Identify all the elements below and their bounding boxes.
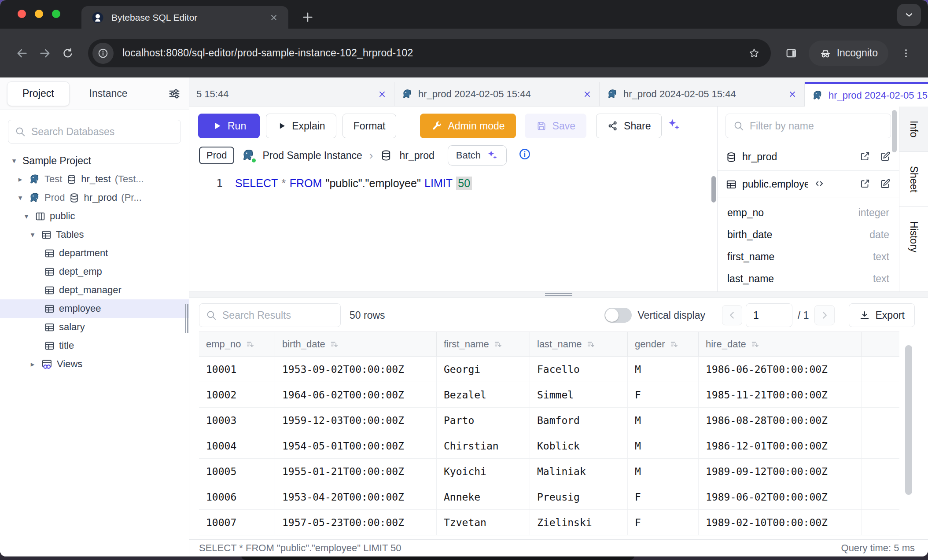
sidebar-mode-tab[interactable]: Project <box>7 81 70 106</box>
caret-icon[interactable]: ▸ <box>16 175 25 184</box>
next-page-button[interactable] <box>814 305 835 325</box>
explain-button[interactable]: Explain <box>266 114 336 138</box>
worksheet-tab[interactable]: 5 15:44 <box>189 82 394 107</box>
column-header[interactable]: hire_date <box>699 332 862 356</box>
column-row[interactable]: first_name text <box>718 246 899 268</box>
browser-tab[interactable]: Bytebase SQL Editor <box>81 6 288 29</box>
sort-icon[interactable] <box>751 339 760 349</box>
column-header[interactable]: gender <box>628 332 699 356</box>
side-panel-icon[interactable] <box>780 42 803 65</box>
share-button[interactable]: Share <box>596 114 662 138</box>
url-text[interactable]: localhost:8080/sql-editor/prod-sample-in… <box>122 47 734 59</box>
worksheet-tab[interactable]: hr_prod 2024-02-05 15:47 <box>805 82 928 107</box>
column-row[interactable]: last_name text <box>718 268 899 290</box>
worksheet-tab[interactable]: hr_prod 2024-02-05 15:44 <box>600 82 805 107</box>
right-panel-tab[interactable]: Info <box>899 107 928 152</box>
table-row[interactable]: 100061953-04-20T00:00:00ZAnnekePreusigF1… <box>199 484 899 510</box>
vertical-display-toggle[interactable] <box>604 308 632 323</box>
tab-search-button[interactable] <box>897 4 921 26</box>
tree-item[interactable]: department <box>0 244 189 262</box>
forward-button[interactable] <box>33 42 56 65</box>
sort-icon[interactable] <box>493 339 503 349</box>
table-row[interactable]: 100041954-05-01T00:00:00ZChirstianKoblic… <box>199 433 899 459</box>
filter-settings-icon[interactable] <box>168 87 181 102</box>
caret-icon[interactable]: ▾ <box>22 212 31 221</box>
ai-assistant-icon[interactable] <box>666 118 681 134</box>
tree-item[interactable]: title <box>0 336 189 355</box>
results-search-input[interactable] <box>222 309 334 321</box>
tree-item[interactable]: ▾ Tables <box>0 225 189 244</box>
results-search[interactable] <box>199 303 341 327</box>
caret-icon[interactable]: ▾ <box>28 230 37 239</box>
close-worksheet-icon[interactable] <box>788 89 797 99</box>
column-row[interactable]: emp_no integer <box>718 202 899 224</box>
maximize-window-button[interactable] <box>52 10 60 18</box>
sql-editor[interactable]: 1 SELECT*FROM"public"."employee"LIMIT50 <box>189 173 717 291</box>
right-panel-tab[interactable]: History <box>899 207 928 267</box>
open-external-icon[interactable] <box>859 178 871 191</box>
address-bar[interactable]: localhost:8080/sql-editor/prod-sample-in… <box>88 39 771 67</box>
edit-icon[interactable] <box>880 178 891 191</box>
sort-icon[interactable] <box>330 339 339 349</box>
edit-icon[interactable] <box>880 151 891 164</box>
column-header[interactable]: emp_no <box>199 332 275 356</box>
tree-item[interactable]: ▾ Sample Project <box>0 151 189 170</box>
worksheet-tab[interactable]: hr_prod 2024-02-05 15:44 <box>394 82 600 107</box>
caret-icon[interactable]: ▾ <box>10 156 18 165</box>
page-input[interactable] <box>746 303 792 327</box>
tree-item[interactable]: employee <box>0 299 189 318</box>
open-external-icon[interactable] <box>859 151 871 164</box>
tree-item[interactable]: ▾ Prod hr_prod (Pr... <box>0 188 189 207</box>
close-worksheet-icon[interactable] <box>582 89 592 99</box>
sidebar-resize-handle[interactable] <box>185 304 188 333</box>
database-name[interactable]: hr_prod <box>399 150 434 162</box>
reload-button[interactable] <box>56 42 79 65</box>
results-scrollbar[interactable] <box>905 345 912 495</box>
export-button[interactable]: Export <box>849 303 915 327</box>
close-tab-icon[interactable] <box>269 13 279 22</box>
table-row[interactable]: 100011953-09-02T00:00:00ZGeorgiFacelloM1… <box>199 357 899 382</box>
site-info-icon[interactable] <box>92 43 114 64</box>
panel-divider[interactable] <box>189 291 928 298</box>
right-panel-tab[interactable]: Sheet <box>899 152 928 207</box>
prev-page-button[interactable] <box>722 305 742 325</box>
table-row[interactable]: 100021964-06-02T00:00:00ZBezalelSimmelF1… <box>199 382 899 408</box>
caret-icon[interactable]: ▸ <box>28 360 37 368</box>
new-tab-button[interactable] <box>298 7 318 27</box>
tree-item[interactable]: dept_manager <box>0 281 189 299</box>
close-worksheet-icon[interactable] <box>377 89 387 99</box>
save-button[interactable]: Save <box>525 114 586 138</box>
table-row[interactable]: 100071957-05-23T00:00:00ZTzvetanZielinsk… <box>199 510 899 535</box>
tree-item[interactable]: salary <box>0 318 189 336</box>
bookmark-star-icon[interactable] <box>743 42 766 65</box>
tree-item[interactable]: ▸ Test hr_test (Test... <box>0 170 189 188</box>
divider-grip[interactable] <box>545 293 572 296</box>
instance-name[interactable]: Prod Sample Instance <box>262 150 362 162</box>
back-button[interactable] <box>11 42 33 65</box>
table-row[interactable]: public.employe <box>718 171 899 198</box>
tree-item[interactable]: ▾ public <box>0 207 189 225</box>
sort-icon[interactable] <box>586 339 596 349</box>
batch-button[interactable]: Batch <box>448 145 507 166</box>
minimize-window-button[interactable] <box>35 10 43 18</box>
tree-item[interactable]: dept_emp <box>0 262 189 281</box>
database-row[interactable]: hr_prod <box>718 144 899 171</box>
column-header[interactable]: last_name <box>530 332 628 356</box>
sql-code-line[interactable]: SELECT*FROM"public"."employee"LIMIT50 <box>223 177 475 291</box>
table-row[interactable]: 100031959-12-03T00:00:00ZPartoBamfordM19… <box>199 408 899 433</box>
sort-icon[interactable] <box>670 339 679 349</box>
caret-icon[interactable]: ▾ <box>16 193 25 202</box>
column-row[interactable]: birth_date date <box>718 224 899 246</box>
info-icon[interactable] <box>518 147 531 163</box>
column-header[interactable]: birth_date <box>275 332 437 356</box>
admin-mode-button[interactable]: Admin mode <box>420 114 516 138</box>
schema-filter[interactable] <box>725 114 891 138</box>
panel-scrollbar[interactable] <box>892 110 897 152</box>
sort-icon[interactable] <box>246 339 255 349</box>
browser-menu-button[interactable] <box>895 42 917 65</box>
database-search-input[interactable] <box>31 126 174 138</box>
sidebar-mode-tab[interactable]: Instance <box>74 81 143 106</box>
tree-item[interactable]: ▸ Views <box>0 355 189 373</box>
code-icon[interactable] <box>814 178 825 191</box>
column-header[interactable]: first_name <box>437 332 530 356</box>
